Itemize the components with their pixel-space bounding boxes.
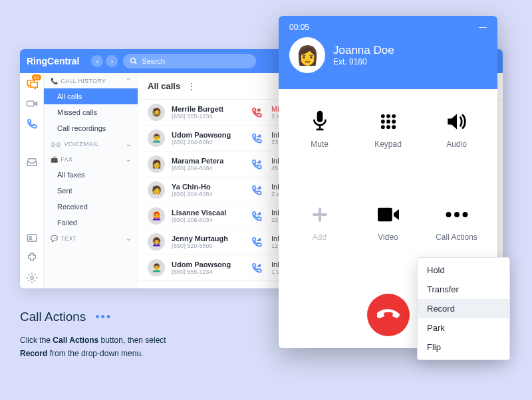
svg-point-23 bbox=[462, 212, 467, 217]
minimize-button[interactable]: — bbox=[479, 23, 487, 32]
call-number: (650) 204-8084 bbox=[172, 191, 245, 197]
avatar: 🧑 bbox=[148, 181, 165, 199]
inbound-call-icon bbox=[251, 211, 265, 221]
svg-point-17 bbox=[392, 125, 396, 129]
more-menu-button[interactable]: ⋮ bbox=[187, 81, 196, 92]
svg-point-12 bbox=[380, 120, 384, 124]
avatar: 👩 bbox=[148, 155, 165, 173]
active-call-panel: 00:05 — 👩 Joanna Doe Ext. 9160 Mute Keyp… bbox=[279, 16, 497, 348]
audio-button[interactable]: Audio bbox=[422, 104, 491, 197]
sidebar: 📞 CALL HISTORY ⌃ All calls Missed calls … bbox=[44, 73, 138, 288]
voicemail-icon: ◎◎ bbox=[51, 141, 62, 148]
nav-back-button[interactable]: ‹ bbox=[91, 55, 103, 67]
rail-badge: x4 bbox=[32, 74, 41, 80]
video-button[interactable]: Video bbox=[354, 197, 422, 290]
avatar: 👨‍🦱 bbox=[148, 259, 165, 276]
call-number: (650) 204-8084 bbox=[172, 139, 245, 146]
call-name: Lisanne Viscaal bbox=[172, 209, 245, 217]
sidebar-section-text[interactable]: 💬 TEXT ⌄ bbox=[44, 231, 138, 246]
sidebar-item-all-calls[interactable]: All calls bbox=[44, 88, 138, 104]
sidebar-item-all-faxes[interactable]: All faxes bbox=[44, 167, 138, 183]
inbound-call-icon bbox=[251, 133, 265, 144]
speaker-icon bbox=[446, 110, 467, 133]
call-header: 00:05 — 👩 Joanna Doe Ext. 9160 bbox=[279, 16, 497, 89]
menu-item-record[interactable]: Record bbox=[418, 299, 509, 318]
search-input[interactable] bbox=[142, 57, 249, 65]
fax-icon: 📠 bbox=[51, 156, 58, 163]
sidebar-section-fax[interactable]: 📠 FAX ⌄ bbox=[44, 151, 138, 167]
svg-point-4 bbox=[29, 237, 31, 239]
sidebar-item-call-recordings[interactable]: Call recordings bbox=[44, 120, 138, 136]
svg-point-22 bbox=[454, 212, 460, 217]
call-name: Udom Paowsong bbox=[172, 260, 245, 268]
svg-point-15 bbox=[380, 125, 384, 129]
rail-contacts-icon[interactable] bbox=[25, 231, 39, 245]
call-contact: 👩 Joanna Doe Ext. 9160 bbox=[289, 37, 487, 73]
avatar: 👨‍🦱 bbox=[148, 130, 165, 147]
sidebar-section-call-history[interactable]: 📞 CALL HISTORY ⌃ bbox=[44, 73, 138, 88]
svg-point-14 bbox=[392, 120, 396, 124]
chevron-up-icon: ⌃ bbox=[126, 77, 131, 84]
avatar: 🧔 bbox=[148, 104, 165, 121]
call-name: Jenny Murtaugh bbox=[172, 235, 245, 243]
svg-rect-20 bbox=[378, 208, 392, 222]
chevron-down-icon: ⌄ bbox=[126, 155, 131, 163]
avatar: 👩 bbox=[289, 37, 325, 73]
rail-messages-icon[interactable]: x4 bbox=[25, 77, 39, 90]
call-name: Merrile Burgett bbox=[172, 105, 245, 113]
sidebar-item-sent[interactable]: Sent bbox=[44, 183, 138, 199]
menu-item-transfer[interactable]: Transfer bbox=[418, 280, 509, 299]
menu-item-hold[interactable]: Hold bbox=[418, 260, 509, 280]
menu-item-flip[interactable]: Flip bbox=[418, 338, 509, 357]
call-number: (650) 555-1234 bbox=[172, 268, 245, 275]
avatar: 👩‍🦰 bbox=[148, 207, 165, 225]
nav-forward-button[interactable]: › bbox=[106, 55, 118, 67]
call-number: (650) 206-8034 bbox=[172, 217, 245, 223]
call-name: Udom Paowsong bbox=[172, 131, 245, 139]
add-button[interactable]: Add bbox=[285, 197, 354, 290]
left-rail: x4 bbox=[20, 73, 44, 288]
sidebar-item-received[interactable]: Received bbox=[44, 199, 138, 215]
annotation-body: Click the Call Actions button, then sele… bbox=[20, 334, 259, 361]
end-call-button[interactable] bbox=[367, 294, 410, 336]
mute-button[interactable]: Mute bbox=[285, 104, 354, 197]
inbound-call-icon bbox=[251, 185, 265, 195]
page-title: All calls bbox=[148, 81, 180, 91]
rail-inbox-icon[interactable] bbox=[25, 155, 39, 169]
svg-point-0 bbox=[131, 58, 136, 63]
menu-item-park[interactable]: Park bbox=[418, 318, 509, 338]
rail-settings-icon[interactable] bbox=[25, 271, 39, 284]
search-icon bbox=[130, 57, 138, 65]
rail-apps-icon[interactable] bbox=[25, 251, 39, 264]
keypad-icon bbox=[379, 110, 398, 133]
avatar: 👩‍🦱 bbox=[148, 233, 165, 250]
sidebar-item-missed-calls[interactable]: Missed calls bbox=[44, 104, 138, 120]
contact-name: Joanna Doe bbox=[333, 44, 394, 57]
video-icon bbox=[378, 203, 399, 226]
svg-point-21 bbox=[446, 212, 451, 217]
more-horizontal-icon: ••• bbox=[95, 310, 112, 324]
sidebar-section-voicemail[interactable]: ◎◎ VOICEMAIL ⌄ bbox=[44, 136, 138, 151]
svg-point-5 bbox=[30, 276, 33, 280]
svg-point-10 bbox=[386, 114, 390, 118]
chevron-down-icon: ⌄ bbox=[126, 140, 131, 148]
nav-arrows: ‹ › bbox=[91, 55, 118, 67]
annotation: Call Actions ••• Click the Call Actions … bbox=[20, 310, 259, 361]
inbound-call-icon bbox=[251, 159, 265, 169]
svg-rect-3 bbox=[27, 235, 37, 242]
svg-point-9 bbox=[380, 114, 384, 118]
call-number: (650) 555-1234 bbox=[172, 113, 245, 120]
chevron-down-icon: ⌄ bbox=[126, 235, 131, 242]
inbound-call-icon bbox=[251, 237, 265, 247]
search-bar[interactable] bbox=[123, 54, 256, 68]
rail-phone-icon[interactable] bbox=[25, 117, 39, 130]
call-actions-menu: Hold Transfer Record Park Flip bbox=[417, 257, 510, 360]
plus-icon bbox=[311, 203, 329, 226]
keypad-button[interactable]: Keypad bbox=[354, 104, 422, 197]
brand-logo: RingCentral bbox=[27, 56, 79, 66]
svg-point-11 bbox=[392, 114, 396, 118]
sidebar-item-failed[interactable]: Failed bbox=[44, 215, 138, 231]
svg-point-13 bbox=[386, 120, 390, 124]
annotation-title: Call Actions bbox=[20, 310, 86, 324]
rail-video-icon[interactable] bbox=[25, 97, 39, 110]
